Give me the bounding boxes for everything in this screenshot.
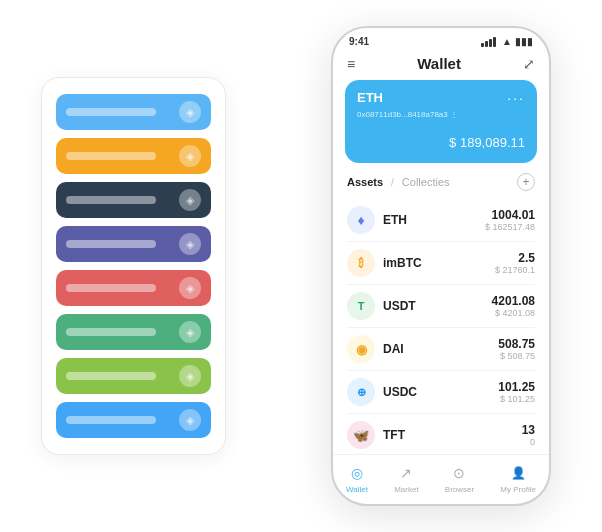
usdc-asset-icon: ⊕ (347, 378, 375, 406)
card-3-text (66, 196, 156, 204)
asset-left-eth: ♦ ETH (347, 206, 407, 234)
tft-asset-usd: 0 (522, 437, 535, 447)
asset-item-dai[interactable]: ◉ DAI 508.75 $ 508.75 (347, 328, 535, 371)
card-8-icon: ◈ (179, 409, 201, 431)
asset-left-dai: ◉ DAI (347, 335, 404, 363)
card-1-text (66, 108, 156, 116)
asset-left-tft: 🦋 TFT (347, 421, 405, 449)
card-5-text (66, 284, 156, 292)
eth-symbol: $ (449, 135, 460, 150)
browser-nav-label: Browser (445, 485, 474, 494)
assets-add-button[interactable]: + (517, 173, 535, 191)
asset-item-usdc[interactable]: ⊕ USDC 101.25 $ 101.25 (347, 371, 535, 414)
asset-item-usdt[interactable]: T USDT 4201.08 $ 4201.08 (347, 285, 535, 328)
card-4-icon: ◈ (179, 233, 201, 255)
assets-header: Assets / Collecties + (333, 173, 549, 199)
market-nav-label: Market (394, 485, 418, 494)
eth-card[interactable]: ETH ··· 0x08711d3b...8418a78a3 ⋮ $ 189,0… (345, 80, 537, 163)
asset-left-usdt: T USDT (347, 292, 416, 320)
left-panel: ◈ ◈ ◈ ◈ ◈ ◈ ◈ ◈ (41, 77, 226, 455)
dai-asset-usd: $ 508.75 (498, 351, 535, 361)
card-2-text (66, 152, 156, 160)
card-2[interactable]: ◈ (56, 138, 211, 174)
asset-right-eth: 1004.01 $ 162517.48 (485, 208, 535, 232)
nav-market[interactable]: ↗ Market (394, 463, 418, 494)
expand-icon[interactable]: ⤢ (523, 56, 535, 72)
card-1[interactable]: ◈ (56, 94, 211, 130)
asset-right-dai: 508.75 $ 508.75 (498, 337, 535, 361)
card-5-icon: ◈ (179, 277, 201, 299)
dai-asset-icon: ◉ (347, 335, 375, 363)
eth-asset-amount: 1004.01 (485, 208, 535, 222)
card-8[interactable]: ◈ (56, 402, 211, 438)
eth-amount: $ 189,089.11 (357, 127, 525, 153)
usdt-asset-name: USDT (383, 299, 416, 313)
dai-asset-amount: 508.75 (498, 337, 535, 351)
scene: ◈ ◈ ◈ ◈ ◈ ◈ ◈ ◈ (21, 16, 581, 516)
asset-right-tft: 13 0 (522, 423, 535, 447)
imbtc-asset-amount: 2.5 (495, 251, 535, 265)
dai-asset-name: DAI (383, 342, 404, 356)
eth-value: 189,089.11 (460, 135, 525, 150)
tft-asset-amount: 13 (522, 423, 535, 437)
usdt-asset-icon: T (347, 292, 375, 320)
imbtc-asset-name: imBTC (383, 256, 422, 270)
card-3[interactable]: ◈ (56, 182, 211, 218)
card-7-text (66, 372, 156, 380)
header-title: Wallet (417, 55, 461, 72)
browser-nav-icon: ⊙ (449, 463, 469, 483)
assets-tab-active[interactable]: Assets (347, 176, 383, 188)
nav-profile[interactable]: 👤 My Profile (500, 463, 536, 494)
time: 9:41 (349, 36, 369, 47)
phone: 9:41 ▲ ▮▮▮ ≡ Wallet ⤢ ETH ··· (331, 26, 551, 506)
profile-nav-icon: 👤 (508, 463, 528, 483)
eth-asset-icon: ♦ (347, 206, 375, 234)
asset-right-usdc: 101.25 $ 101.25 (498, 380, 535, 404)
card-4-text (66, 240, 156, 248)
usdt-asset-amount: 4201.08 (492, 294, 535, 308)
asset-right-imbtc: 2.5 $ 21760.1 (495, 251, 535, 275)
imbtc-asset-usd: $ 21760.1 (495, 265, 535, 275)
market-nav-icon: ↗ (396, 463, 416, 483)
eth-address: 0x08711d3b...8418a78a3 ⋮ (357, 110, 525, 119)
nav-wallet[interactable]: ◎ Wallet (346, 463, 368, 494)
usdc-asset-usd: $ 101.25 (498, 394, 535, 404)
card-7-icon: ◈ (179, 365, 201, 387)
profile-nav-label: My Profile (500, 485, 536, 494)
card-2-icon: ◈ (179, 145, 201, 167)
assets-divider: / (391, 177, 394, 188)
eth-dots[interactable]: ··· (507, 90, 525, 106)
eth-label: ETH (357, 90, 383, 105)
phone-header: ≡ Wallet ⤢ (333, 51, 549, 80)
card-4[interactable]: ◈ (56, 226, 211, 262)
card-3-icon: ◈ (179, 189, 201, 211)
assets-tabs: Assets / Collecties (347, 176, 450, 188)
assets-tab-inactive[interactable]: Collecties (402, 176, 450, 188)
usdc-asset-name: USDC (383, 385, 417, 399)
imbtc-asset-icon: ₿ (347, 249, 375, 277)
card-5[interactable]: ◈ (56, 270, 211, 306)
asset-item-imbtc[interactable]: ₿ imBTC 2.5 $ 21760.1 (347, 242, 535, 285)
card-1-icon: ◈ (179, 101, 201, 123)
wallet-nav-label: Wallet (346, 485, 368, 494)
asset-item-tft[interactable]: 🦋 TFT 13 0 (347, 414, 535, 454)
asset-left-imbtc: ₿ imBTC (347, 249, 422, 277)
card-6-text (66, 328, 156, 336)
usdc-asset-amount: 101.25 (498, 380, 535, 394)
card-6[interactable]: ◈ (56, 314, 211, 350)
status-bar: 9:41 ▲ ▮▮▮ (333, 28, 549, 51)
card-7[interactable]: ◈ (56, 358, 211, 394)
usdt-asset-usd: $ 4201.08 (492, 308, 535, 318)
asset-list: ♦ ETH 1004.01 $ 162517.48 ₿ imBTC 2.5 $ … (333, 199, 549, 454)
asset-right-usdt: 4201.08 $ 4201.08 (492, 294, 535, 318)
card-6-icon: ◈ (179, 321, 201, 343)
eth-asset-name: ETH (383, 213, 407, 227)
bottom-nav: ◎ Wallet ↗ Market ⊙ Browser 👤 My Profile (333, 454, 549, 504)
card-8-text (66, 416, 156, 424)
nav-browser[interactable]: ⊙ Browser (445, 463, 474, 494)
eth-asset-usd: $ 162517.48 (485, 222, 535, 232)
asset-item-eth[interactable]: ♦ ETH 1004.01 $ 162517.48 (347, 199, 535, 242)
menu-icon[interactable]: ≡ (347, 56, 355, 72)
status-icons: ▲ ▮▮▮ (481, 36, 533, 47)
wallet-nav-icon: ◎ (347, 463, 367, 483)
